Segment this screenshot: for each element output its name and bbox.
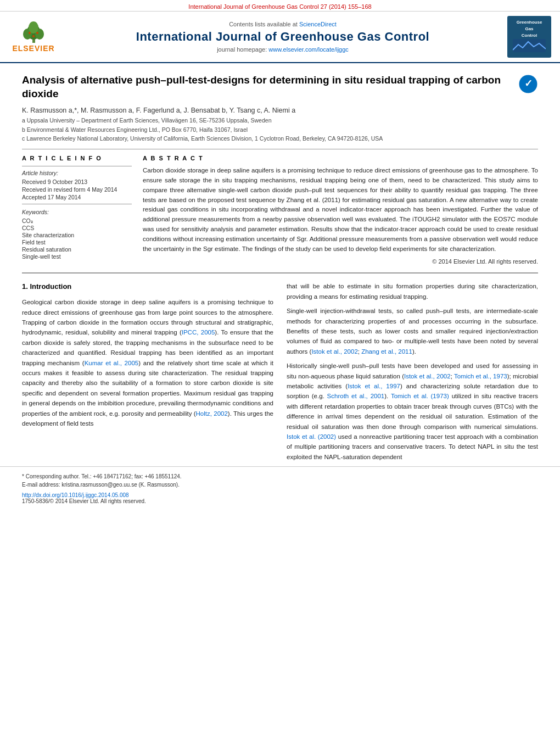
body-col-right: that will be able to estimate in situ fo… bbox=[287, 281, 538, 466]
svg-point-6 bbox=[36, 32, 38, 34]
body-col-left: 1. Introduction Geological carbon dioxid… bbox=[22, 281, 273, 466]
body-para-2: that will be able to estimate in situ fo… bbox=[287, 281, 538, 302]
keyword-ccs: CCS bbox=[22, 225, 132, 231]
ipcc-link[interactable]: IPCC, 2005 bbox=[182, 329, 215, 336]
section1-heading: 1. Introduction bbox=[22, 281, 273, 293]
abstract-block: A B S T R A C T Carbon dioxide storage i… bbox=[143, 155, 538, 265]
authors-line: K. Rasmusson a,*, M. Rasmusson a, F. Fag… bbox=[22, 107, 538, 114]
schroth-link[interactable]: Schroth et al., 2001 bbox=[327, 393, 385, 399]
holtz-link[interactable]: Holtz, 2002 bbox=[196, 410, 228, 417]
issn-text: 1750-5836/© 2014 Elsevier Ltd. All right… bbox=[22, 498, 538, 504]
accepted-date: Accepted 17 May 2014 bbox=[22, 194, 132, 200]
affiliations-block: a Uppsala University – Department of Ear… bbox=[22, 116, 538, 143]
author-email-link[interactable]: kristina.rasmusson@geo.uu.se bbox=[61, 482, 137, 488]
doi-anchor[interactable]: http://dx.doi.org/10.1016/j.ijggc.2014.0… bbox=[22, 492, 129, 498]
keyword-field: Field test bbox=[22, 239, 132, 246]
journal-header: ELSEVIER Contents lists available at Sci… bbox=[0, 12, 560, 63]
tomich-1973b-link[interactable]: Tomich et al. (1973) bbox=[391, 393, 449, 399]
istok-2002-link[interactable]: Istok et al., 2002 bbox=[311, 348, 357, 355]
body-section: 1. Introduction Geological carbon dioxid… bbox=[0, 281, 560, 466]
logo-line3: Control bbox=[509, 32, 549, 39]
footnote-email: E-mail address: kristina.rasmusson@geo.u… bbox=[22, 481, 538, 489]
body-para-1: Geological carbon dioxide storage in dee… bbox=[22, 297, 273, 428]
footnote-star: * Corresponding author. Tel.: +46 184717… bbox=[22, 472, 538, 481]
journal-title: International Journal of Greenhouse Gas … bbox=[58, 30, 507, 44]
copyright-notice: © 2014 Elsevier Ltd. All rights reserved… bbox=[143, 258, 538, 265]
header-divider bbox=[22, 149, 538, 149]
body-para-3: Single-well injection-withdrawal tests, … bbox=[287, 306, 538, 356]
article-info-heading: A R T I C L E I N F O bbox=[22, 155, 132, 161]
doi-section: http://dx.doi.org/10.1016/j.ijggc.2014.0… bbox=[0, 489, 560, 506]
svg-point-7 bbox=[32, 35, 35, 37]
keyword-residual: Residual saturation bbox=[22, 246, 132, 253]
svg-point-4 bbox=[29, 21, 38, 34]
article-info-block: A R T I C L E I N F O Article history: R… bbox=[22, 155, 132, 265]
info-abstract-row: A R T I C L E I N F O Article history: R… bbox=[22, 155, 538, 265]
keyword-co2: CO₂ bbox=[22, 217, 132, 224]
paper-title-row: Analysis of alternative push–pull-test-d… bbox=[22, 73, 538, 101]
svg-point-5 bbox=[29, 32, 31, 34]
elsevier-logo: ELSEVIER bbox=[9, 21, 58, 53]
sciencedirect-link[interactable]: ScienceDirect bbox=[299, 21, 337, 27]
abstract-text: Carbon dioxide storage in deep saline aq… bbox=[143, 166, 538, 254]
history-label: Article history: bbox=[22, 170, 132, 176]
paper-section: Analysis of alternative push–pull-test-d… bbox=[0, 63, 560, 265]
paper-title: Analysis of alternative push–pull-test-d… bbox=[22, 73, 512, 101]
body-two-col: 1. Introduction Geological carbon dioxid… bbox=[22, 281, 538, 466]
keyword-single: Single-well test bbox=[22, 253, 132, 260]
affiliation-c: c Lawrence Berkeley National Laboratory,… bbox=[22, 135, 538, 143]
crossmark-icon: ✓ bbox=[518, 74, 538, 94]
zhang-2011-link[interactable]: Zhang et al., 2011 bbox=[361, 348, 412, 355]
logo-line1: Greenhouse bbox=[509, 19, 549, 26]
kumar-link[interactable]: Kumar et al., 2005 bbox=[85, 360, 139, 366]
affiliation-b: b Environmental & Water Resources Engine… bbox=[22, 126, 538, 135]
crossmark-badge[interactable]: ✓ bbox=[518, 74, 538, 94]
istok-2002b-link[interactable]: Istok et al., 2002 bbox=[404, 373, 451, 380]
info-divider-mid bbox=[22, 204, 132, 204]
received-date: Received 9 October 2013 bbox=[22, 178, 132, 185]
journal-logo-box: Greenhouse Gas Control bbox=[507, 16, 551, 58]
journal-title-block: Contents lists available at ScienceDirec… bbox=[58, 21, 507, 53]
doi-link[interactable]: http://dx.doi.org/10.1016/j.ijggc.2014.0… bbox=[22, 492, 538, 498]
elsevier-tree-icon bbox=[19, 21, 49, 44]
contents-available-line: Contents lists available at ScienceDirec… bbox=[58, 21, 507, 27]
info-divider-top bbox=[22, 166, 132, 166]
tomich-1973-link[interactable]: Tomich et al., 1973 bbox=[454, 373, 507, 380]
istok-2002c-link[interactable]: Istok et al. (2002) bbox=[287, 433, 336, 440]
svg-text:✓: ✓ bbox=[524, 78, 533, 89]
footnote-section: * Corresponding author. Tel.: +46 184717… bbox=[0, 466, 560, 489]
logo-graphic-icon bbox=[513, 39, 546, 52]
homepage-line: journal homepage: www.elsevier.com/locat… bbox=[58, 46, 507, 53]
journal-homepage-link[interactable]: www.elsevier.com/locate/ijggc bbox=[268, 46, 349, 53]
body-para-4: Historically single-well push–pull tests… bbox=[287, 361, 538, 462]
body-divider bbox=[22, 272, 538, 274]
journal-citation-bar: International Journal of Greenhouse Gas … bbox=[0, 0, 560, 12]
received-revised-date: Received in revised form 4 May 2014 bbox=[22, 186, 132, 193]
keywords-label: Keywords: bbox=[22, 209, 132, 215]
affiliation-a: a Uppsala University – Department of Ear… bbox=[22, 116, 538, 125]
istok-1997-link[interactable]: Istok et al., 1997 bbox=[348, 383, 400, 389]
keyword-site: Site characterization bbox=[22, 232, 132, 238]
abstract-heading: A B S T R A C T bbox=[143, 155, 538, 161]
elsevier-wordmark: ELSEVIER bbox=[12, 44, 54, 53]
journal-citation: International Journal of Greenhouse Gas … bbox=[188, 3, 371, 10]
author-names: K. Rasmusson a,*, M. Rasmusson a, F. Fag… bbox=[22, 107, 295, 114]
logo-line2: Gas bbox=[509, 26, 549, 32]
